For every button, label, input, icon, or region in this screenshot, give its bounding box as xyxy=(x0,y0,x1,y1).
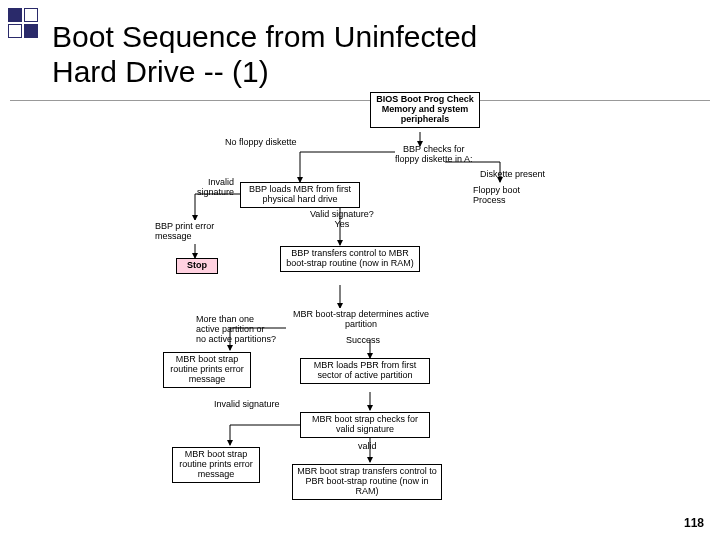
label-invalid-sig: Invalid signature xyxy=(197,178,234,198)
box-mbr-loads-pbr: MBR loads PBR from first sector of activ… xyxy=(300,358,430,384)
box-mbr-error1: MBR boot strap routine prints error mess… xyxy=(163,352,251,388)
box-bbp-transfer: BBP transfers control to MBR boot-strap … xyxy=(280,246,420,272)
flowchart: BIOS Boot Prog Check Memory and system p… xyxy=(0,90,720,530)
label-success: Success xyxy=(346,336,380,346)
box-bbp-load-mbr: BBP loads MBR from first physical hard d… xyxy=(240,182,360,208)
box-stop: Stop xyxy=(176,258,218,274)
page-title: Boot Sequence from Uninfected Hard Drive… xyxy=(52,20,477,89)
box-bios-text: BIOS Boot Prog Check Memory and system p… xyxy=(376,94,474,124)
box-mbr-determines: MBR boot-strap determines active partiti… xyxy=(286,308,436,332)
label-invalid-sig2: Invalid signature xyxy=(214,400,280,410)
label-no-floppy: No floppy diskette xyxy=(225,138,297,148)
label-valid-sig: Valid signature? Yes xyxy=(310,210,374,230)
slide-logo xyxy=(8,8,44,44)
box-mbr-error2: MBR boot strap routine prints error mess… xyxy=(172,447,260,483)
page-number: 118 xyxy=(684,516,704,530)
box-mbr-transfers-pbr: MBR boot strap transfers control to PBR … xyxy=(292,464,442,500)
label-valid: valid xyxy=(358,442,377,452)
label-bbp-checks: BBP checks for floppy diskette in A: xyxy=(395,145,473,165)
label-more-than-one: More than one active partition or no act… xyxy=(196,315,276,345)
box-bbp-error: BBP print error message xyxy=(152,220,238,244)
box-floppy-boot: Floppy boot Process xyxy=(470,184,538,208)
label-diskette-present: Diskette present xyxy=(480,170,545,180)
box-mbr-checks-sig: MBR boot strap checks for valid signatur… xyxy=(300,412,430,438)
box-bios: BIOS Boot Prog Check Memory and system p… xyxy=(370,92,480,128)
